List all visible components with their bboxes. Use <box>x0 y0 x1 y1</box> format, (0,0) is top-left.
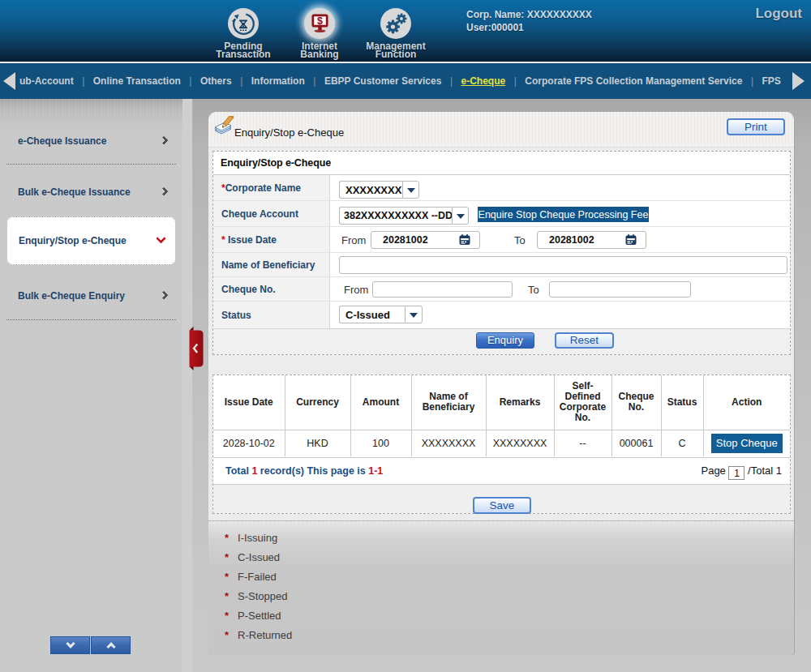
svg-text:$: $ <box>317 15 323 27</box>
